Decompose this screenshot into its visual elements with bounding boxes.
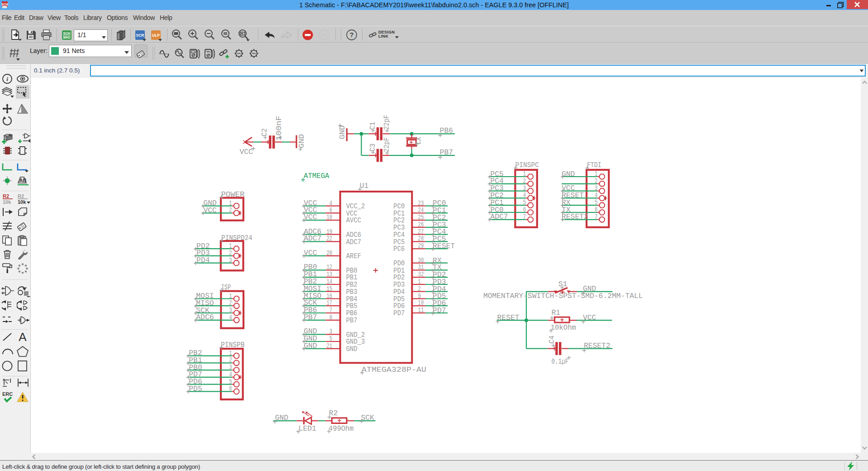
svg-text:GO: GO — [321, 33, 327, 38]
svg-text:?: ? — [350, 31, 354, 38]
svg-text:ERC: ERC — [2, 391, 13, 397]
svg-text:R2: R2 — [18, 193, 24, 199]
svg-text:BRD: BRD — [63, 35, 71, 39]
svg-text:10k: 10k — [3, 199, 11, 204]
svg-text:AB: AB — [19, 178, 27, 183]
svg-text:ULP: ULP — [152, 33, 160, 38]
svg-text:10k: 10k — [18, 199, 26, 204]
svg-text:i: i — [6, 76, 8, 82]
svg-text:SCR: SCR — [136, 33, 144, 38]
svg-text:SCH: SCH — [63, 31, 71, 35]
svg-text:R2: R2 — [3, 193, 9, 199]
svg-text:A: A — [19, 331, 27, 343]
